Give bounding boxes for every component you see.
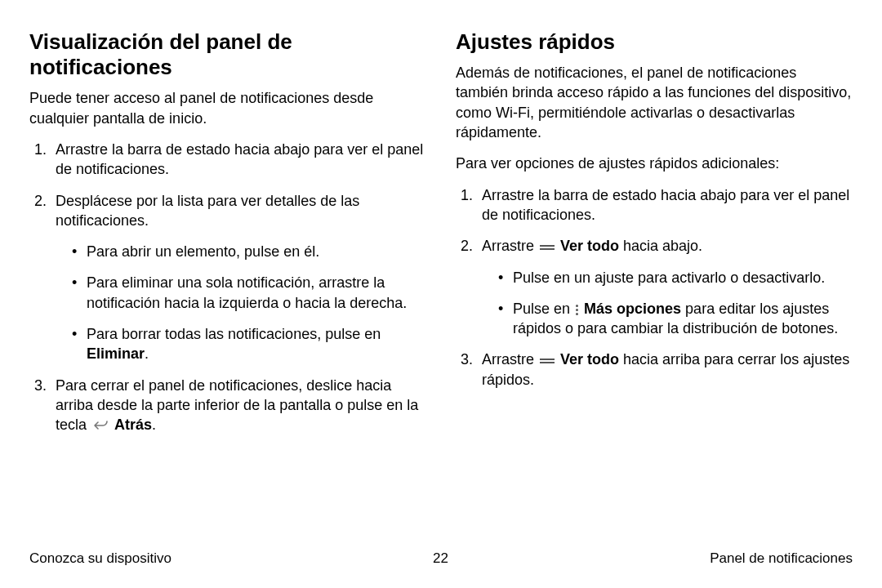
right-step-2-pre: Arrastre bbox=[482, 238, 538, 254]
left-steps: Arrastre la barra de estado hacia abajo … bbox=[29, 140, 426, 435]
back-icon bbox=[92, 419, 109, 432]
right-step-3: Arrastre Ver todo hacia arriba para cerr… bbox=[477, 350, 853, 390]
right-step-2-bullet-1: Pulse en un ajuste para activarlo o desa… bbox=[498, 268, 853, 287]
right-step-3-pre: Arrastre bbox=[482, 351, 538, 368]
page-columns: Visualización del panel de notificacione… bbox=[29, 29, 853, 447]
view-all-icon bbox=[540, 243, 555, 252]
left-step-3: Para cerrar el panel de notificaciones, … bbox=[51, 376, 426, 435]
right-steps: Arrastre la barra de estado hacia abajo … bbox=[456, 185, 853, 390]
left-intro: Puede tener acceso al panel de notificac… bbox=[29, 88, 426, 128]
right-step-2-bold: Ver todo bbox=[560, 238, 619, 254]
right-step-1: Arrastre la barra de estado hacia abajo … bbox=[477, 185, 853, 225]
left-step-2-b3-bold: Eliminar bbox=[87, 345, 145, 362]
left-step-3-pre: Para cerrar el panel de notificaciones, … bbox=[56, 377, 418, 434]
right-step-2-bullet-2: Pulse en Más opciones para editar los aj… bbox=[498, 299, 853, 339]
right-heading: Ajustes rápidos bbox=[456, 29, 853, 55]
left-heading: Visualización del panel de notificacione… bbox=[29, 29, 426, 80]
right-step-2-b2-bold: Más opciones bbox=[584, 301, 681, 317]
right-step-2-post: hacia abajo. bbox=[619, 238, 702, 254]
left-step-2-b3-pre: Para borrar todas las notificaciones, pu… bbox=[87, 326, 381, 342]
right-step-2: Arrastre Ver todo hacia abajo. Pulse en … bbox=[477, 236, 853, 338]
right-step-3-bold: Ver todo bbox=[560, 351, 619, 368]
right-step-2-bullets: Pulse en un ajuste para activarlo o desa… bbox=[482, 268, 853, 339]
left-step-2-text: Desplácese por la lista para ver detalle… bbox=[56, 193, 359, 229]
left-step-2-b3-post: . bbox=[145, 345, 149, 362]
right-intro: Además de notificaciones, el panel de no… bbox=[456, 63, 853, 142]
left-step-2-bullets: Para abrir un elemento, pulse en él. Par… bbox=[56, 242, 426, 363]
left-step-3-bold: Atrás bbox=[114, 416, 152, 433]
left-step-1: Arrastre la barra de estado hacia abajo … bbox=[51, 140, 426, 180]
right-step-2-b2-pre: Pulse en bbox=[513, 301, 574, 317]
left-step-2-bullet-1: Para abrir un elemento, pulse en él. bbox=[72, 242, 426, 261]
left-column: Visualización del panel de notificacione… bbox=[29, 29, 426, 447]
view-all-icon bbox=[540, 357, 555, 365]
left-step-3-post: . bbox=[152, 416, 156, 433]
footer-right: Panel de notificaciones bbox=[710, 550, 853, 567]
left-step-2-bullet-3: Para borrar todas las notificaciones, pu… bbox=[72, 324, 426, 364]
footer-page-number: 22 bbox=[433, 550, 448, 567]
page-footer: Conozca su dispositivo 22 Panel de notif… bbox=[29, 550, 853, 567]
left-step-2-bullet-2: Para eliminar una sola notificación, arr… bbox=[72, 273, 426, 313]
right-column: Ajustes rápidos Además de notificaciones… bbox=[456, 29, 853, 447]
left-step-2: Desplácese por la lista para ver detalle… bbox=[51, 191, 426, 364]
footer-left: Conozca su dispositivo bbox=[29, 550, 172, 567]
right-lead: Para ver opciones de ajustes rápidos adi… bbox=[456, 154, 853, 173]
more-options-icon bbox=[576, 303, 578, 317]
